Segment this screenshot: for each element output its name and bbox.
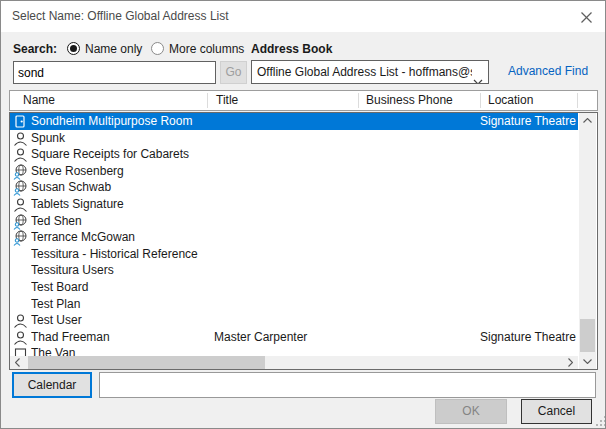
column-header-business-phone[interactable]: Business Phone [366,91,453,110]
calendar-button[interactable]: Calendar [12,372,92,398]
list-item[interactable]: Square Receipts for Cabarets [10,146,578,163]
person-icon [13,147,28,162]
column-header-title[interactable]: Title [216,91,238,110]
recipient-field[interactable] [99,372,596,398]
name-only-radio-label[interactable]: Name only [85,42,142,56]
vertical-scrollbar[interactable] [579,113,596,369]
column-divider[interactable] [207,93,208,108]
cell-title [214,296,362,313]
cell-title [214,146,362,163]
address-list: Sondheim Multipurpose RoomSignature Thea… [9,112,598,370]
list-item[interactable]: Susan Schwab [10,179,578,196]
cell-title [214,163,362,180]
cell-name: Tessitura - Historical Reference [31,246,212,263]
cell-phone [366,262,476,279]
cell-location [480,279,578,296]
horizontal-scrollbar[interactable] [10,356,578,369]
cell-location [480,246,578,263]
cell-title [214,279,362,296]
cancel-button[interactable]: Cancel [521,399,592,424]
address-book-dropdown[interactable]: Offline Global Address List - hoffmans@s… [251,60,489,84]
cell-title [214,196,362,213]
cell-phone [366,163,476,180]
column-header-location[interactable]: Location [488,91,533,110]
cell-location [480,196,578,213]
column-header-row: Name Title Business Phone Location [9,90,598,111]
cell-phone [366,179,476,196]
cell-location: Signature Theatre [480,113,578,130]
list-item[interactable]: Test User [10,312,578,329]
scroll-up-icon[interactable] [579,113,596,128]
search-label: Search: [13,42,57,56]
column-divider[interactable] [577,93,578,108]
horizontal-scrollbar-thumb[interactable] [28,356,265,369]
cell-name: Sondheim Multipurpose Room [31,113,212,130]
blank-icon [13,247,28,262]
cell-phone [366,296,476,313]
select-name-dialog: Select Name: Offline Global Address List… [0,0,606,429]
close-icon[interactable] [575,6,597,28]
cell-phone [366,279,476,296]
scroll-down-icon[interactable] [579,354,596,369]
list-item[interactable]: Tessitura Users [10,262,578,279]
advanced-find-link[interactable]: Advanced Find [508,64,588,78]
cell-name: Square Receipts for Cabarets [31,146,212,163]
cell-name: Thad Freeman [31,329,212,346]
cell-location [480,179,578,196]
search-input[interactable] [13,61,216,84]
cell-name: Test User [31,312,212,329]
scroll-left-icon[interactable] [10,356,25,369]
dialog-title: Select Name: Offline Global Address List [12,1,229,32]
ok-button[interactable]: OK [435,399,507,424]
cell-title [214,312,362,329]
list-item[interactable]: Ted Shen [10,213,578,230]
globe-person-icon [13,214,28,229]
list-item[interactable]: Tessitura - Historical Reference [10,246,578,263]
globe-person-icon [13,180,28,195]
list-item[interactable]: Sondheim Multipurpose RoomSignature Thea… [10,113,578,130]
room-icon [13,114,28,129]
vertical-scrollbar-thumb[interactable] [580,319,595,352]
blank-icon [13,263,28,278]
person-icon [13,131,28,146]
cell-name: Tablets Signature [31,196,212,213]
list-item[interactable]: Tablets Signature [10,196,578,213]
more-columns-radio-label[interactable]: More columns [169,42,244,56]
cell-location: Signature Theatre I [480,329,578,346]
column-header-name[interactable]: Name [23,91,55,110]
globe-person-icon [13,230,28,245]
list-item[interactable]: Terrance McGowan [10,229,578,246]
cell-name: Steve Rosenberg [31,163,212,180]
cell-title: Master Carpenter [214,329,362,346]
cell-title [214,130,362,147]
cell-name: Spunk [31,130,212,147]
list-item[interactable]: Steve Rosenberg [10,163,578,180]
column-divider[interactable] [480,93,481,108]
list-item[interactable]: Spunk [10,130,578,147]
scroll-right-icon[interactable] [563,356,578,369]
cell-phone [366,213,476,230]
list-item[interactable]: Thad FreemanMaster CarpenterSignature Th… [10,329,578,346]
cell-location [480,262,578,279]
cell-phone [366,130,476,147]
cell-phone [366,312,476,329]
resize-grip-icon[interactable] [596,416,606,426]
cell-location [480,130,578,147]
cell-phone [366,246,476,263]
globe-person-icon [13,164,28,179]
cell-phone [366,196,476,213]
name-only-radio[interactable] [67,42,80,55]
more-columns-radio[interactable] [151,42,164,55]
cell-location [480,213,578,230]
cell-name: Terrance McGowan [31,229,212,246]
go-button[interactable]: Go [220,61,247,84]
address-book-selected-value: Offline Global Address List - hoffmans@s… [257,61,472,83]
cell-name: Test Board [31,279,212,296]
cell-name: Susan Schwab [31,179,212,196]
cell-title [214,229,362,246]
column-divider[interactable] [358,93,359,108]
address-list-rows: Sondheim Multipurpose RoomSignature Thea… [10,113,578,369]
chevron-down-icon [473,70,483,84]
list-item[interactable]: Test Board [10,279,578,296]
list-item[interactable]: Test Plan [10,296,578,313]
